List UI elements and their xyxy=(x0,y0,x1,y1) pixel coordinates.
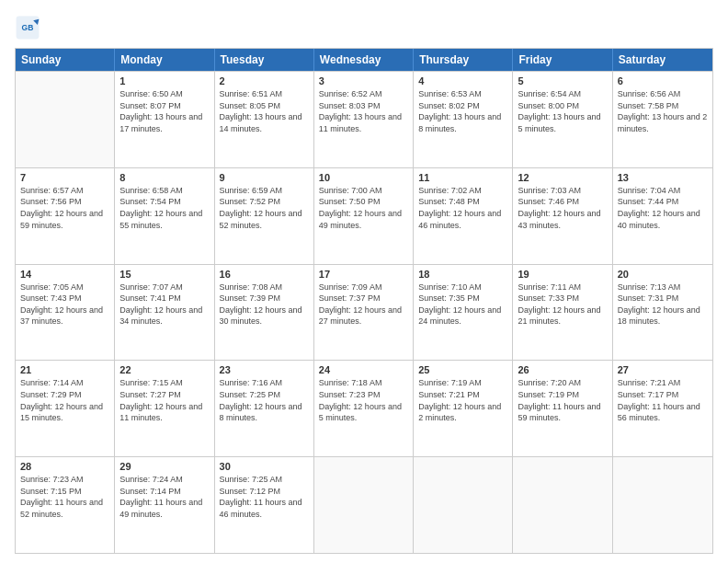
weekday-header: Sunday xyxy=(16,49,115,71)
day-number: 17 xyxy=(319,269,408,280)
calendar-cell xyxy=(16,72,115,167)
day-number: 20 xyxy=(618,269,708,280)
calendar-cell: 23Sunrise: 7:16 AMSunset: 7:25 PMDayligh… xyxy=(215,361,314,456)
day-info: Sunrise: 7:08 AMSunset: 7:39 PMDaylight:… xyxy=(220,282,309,327)
calendar-cell: 24Sunrise: 7:18 AMSunset: 7:23 PMDayligh… xyxy=(314,361,414,456)
day-info: Sunrise: 6:58 AMSunset: 7:54 PMDaylight:… xyxy=(119,185,209,231)
weekday-header: Tuesday xyxy=(215,49,314,71)
calendar-cell: 3Sunrise: 6:52 AMSunset: 8:03 PMDaylight… xyxy=(314,72,414,167)
weekday-header: Wednesday xyxy=(314,49,414,71)
calendar-cell: 11Sunrise: 7:02 AMSunset: 7:48 PMDayligh… xyxy=(414,168,513,264)
calendar-cell: 19Sunrise: 7:11 AMSunset: 7:33 PMDayligh… xyxy=(513,265,612,361)
day-info: Sunrise: 7:19 AMSunset: 7:21 PMDaylight:… xyxy=(418,377,507,423)
calendar-row: 14Sunrise: 7:05 AMSunset: 7:43 PMDayligh… xyxy=(16,264,712,361)
calendar-row: 7Sunrise: 6:57 AMSunset: 7:56 PMDaylight… xyxy=(16,167,712,264)
page: GB SundayMondayTuesdayWednesdayThursdayF… xyxy=(0,0,728,563)
weekday-header: Friday xyxy=(513,49,612,71)
day-number: 21 xyxy=(20,364,109,375)
day-info: Sunrise: 7:04 AMSunset: 7:44 PMDaylight:… xyxy=(618,185,708,231)
logo-icon: GB xyxy=(15,15,40,40)
day-number: 2 xyxy=(220,75,309,86)
day-info: Sunrise: 6:51 AMSunset: 8:05 PMDaylight:… xyxy=(220,88,309,134)
calendar-row: 28Sunrise: 7:23 AMSunset: 7:15 PMDayligh… xyxy=(16,456,712,553)
day-info: Sunrise: 6:53 AMSunset: 8:02 PMDaylight:… xyxy=(418,88,507,134)
day-number: 23 xyxy=(220,364,309,375)
calendar-body: 1Sunrise: 6:50 AMSunset: 8:07 PMDaylight… xyxy=(16,71,712,553)
day-info: Sunrise: 6:56 AMSunset: 7:58 PMDaylight:… xyxy=(618,88,708,134)
day-info: Sunrise: 7:02 AMSunset: 7:48 PMDaylight:… xyxy=(418,185,507,231)
weekday-header: Saturday xyxy=(613,49,712,71)
calendar-cell: 5Sunrise: 6:54 AMSunset: 8:00 PMDaylight… xyxy=(513,72,612,167)
day-number: 5 xyxy=(518,75,607,86)
day-info: Sunrise: 6:52 AMSunset: 8:03 PMDaylight:… xyxy=(319,88,408,134)
day-info: Sunrise: 7:18 AMSunset: 7:23 PMDaylight:… xyxy=(319,377,408,423)
calendar-cell: 18Sunrise: 7:10 AMSunset: 7:35 PMDayligh… xyxy=(414,265,513,361)
calendar-cell: 2Sunrise: 6:51 AMSunset: 8:05 PMDaylight… xyxy=(215,72,314,167)
day-info: Sunrise: 6:50 AMSunset: 8:07 PMDaylight:… xyxy=(119,88,209,134)
day-number: 11 xyxy=(418,172,507,183)
day-info: Sunrise: 7:25 AMSunset: 7:12 PMDaylight:… xyxy=(220,474,309,520)
day-number: 18 xyxy=(418,269,507,280)
day-number: 16 xyxy=(220,269,309,280)
calendar-cell: 25Sunrise: 7:19 AMSunset: 7:21 PMDayligh… xyxy=(414,361,513,456)
day-number: 4 xyxy=(418,75,507,86)
calendar-cell: 20Sunrise: 7:13 AMSunset: 7:31 PMDayligh… xyxy=(613,265,712,361)
day-info: Sunrise: 7:10 AMSunset: 7:35 PMDaylight:… xyxy=(418,282,507,327)
calendar-cell: 21Sunrise: 7:14 AMSunset: 7:29 PMDayligh… xyxy=(16,361,115,456)
day-info: Sunrise: 7:07 AMSunset: 7:41 PMDaylight:… xyxy=(119,282,209,327)
calendar-cell: 27Sunrise: 7:21 AMSunset: 7:17 PMDayligh… xyxy=(613,361,712,456)
header: GB xyxy=(15,15,713,40)
calendar-cell: 9Sunrise: 6:59 AMSunset: 7:52 PMDaylight… xyxy=(215,168,314,264)
day-info: Sunrise: 7:15 AMSunset: 7:27 PMDaylight:… xyxy=(119,377,209,423)
calendar-header: SundayMondayTuesdayWednesdayThursdayFrid… xyxy=(16,49,712,71)
calendar-cell xyxy=(414,457,513,553)
day-number: 9 xyxy=(220,172,309,183)
day-number: 19 xyxy=(518,269,607,280)
day-info: Sunrise: 7:09 AMSunset: 7:37 PMDaylight:… xyxy=(319,282,408,327)
day-number: 28 xyxy=(20,461,109,472)
calendar-cell xyxy=(613,457,712,553)
calendar-row: 21Sunrise: 7:14 AMSunset: 7:29 PMDayligh… xyxy=(16,360,712,456)
day-info: Sunrise: 7:11 AMSunset: 7:33 PMDaylight:… xyxy=(518,282,607,327)
logo: GB xyxy=(15,15,42,40)
day-number: 29 xyxy=(119,461,209,472)
day-info: Sunrise: 7:03 AMSunset: 7:46 PMDaylight:… xyxy=(518,185,607,231)
day-info: Sunrise: 7:00 AMSunset: 7:50 PMDaylight:… xyxy=(319,185,408,231)
day-number: 26 xyxy=(518,364,607,375)
calendar-cell: 14Sunrise: 7:05 AMSunset: 7:43 PMDayligh… xyxy=(16,265,115,361)
calendar-cell: 13Sunrise: 7:04 AMSunset: 7:44 PMDayligh… xyxy=(613,168,712,264)
day-number: 15 xyxy=(119,269,209,280)
day-info: Sunrise: 7:23 AMSunset: 7:15 PMDaylight:… xyxy=(20,474,109,520)
day-number: 30 xyxy=(220,461,309,472)
calendar-cell: 15Sunrise: 7:07 AMSunset: 7:41 PMDayligh… xyxy=(115,265,214,361)
calendar-cell: 6Sunrise: 6:56 AMSunset: 7:58 PMDaylight… xyxy=(613,72,712,167)
calendar-cell: 29Sunrise: 7:24 AMSunset: 7:14 PMDayligh… xyxy=(115,457,214,553)
day-number: 7 xyxy=(20,172,109,183)
day-number: 13 xyxy=(618,172,708,183)
svg-text:GB: GB xyxy=(22,23,34,32)
calendar-cell xyxy=(314,457,414,553)
day-info: Sunrise: 6:54 AMSunset: 8:00 PMDaylight:… xyxy=(518,88,607,134)
day-number: 3 xyxy=(319,75,408,86)
day-number: 24 xyxy=(319,364,408,375)
calendar-cell: 8Sunrise: 6:58 AMSunset: 7:54 PMDaylight… xyxy=(115,168,214,264)
day-info: Sunrise: 7:20 AMSunset: 7:19 PMDaylight:… xyxy=(518,377,607,423)
calendar-cell: 28Sunrise: 7:23 AMSunset: 7:15 PMDayligh… xyxy=(16,457,115,553)
day-info: Sunrise: 7:21 AMSunset: 7:17 PMDaylight:… xyxy=(618,377,708,423)
day-number: 10 xyxy=(319,172,408,183)
day-info: Sunrise: 7:16 AMSunset: 7:25 PMDaylight:… xyxy=(220,377,309,423)
day-number: 27 xyxy=(618,364,708,375)
day-info: Sunrise: 7:24 AMSunset: 7:14 PMDaylight:… xyxy=(119,474,209,520)
weekday-header: Thursday xyxy=(414,49,513,71)
calendar-cell xyxy=(513,457,612,553)
calendar-cell: 22Sunrise: 7:15 AMSunset: 7:27 PMDayligh… xyxy=(115,361,214,456)
day-number: 12 xyxy=(518,172,607,183)
calendar-row: 1Sunrise: 6:50 AMSunset: 8:07 PMDaylight… xyxy=(16,71,712,167)
calendar: SundayMondayTuesdayWednesdayThursdayFrid… xyxy=(15,48,713,554)
day-info: Sunrise: 7:13 AMSunset: 7:31 PMDaylight:… xyxy=(618,282,708,327)
day-info: Sunrise: 7:14 AMSunset: 7:29 PMDaylight:… xyxy=(20,377,109,423)
calendar-cell: 16Sunrise: 7:08 AMSunset: 7:39 PMDayligh… xyxy=(215,265,314,361)
calendar-cell: 30Sunrise: 7:25 AMSunset: 7:12 PMDayligh… xyxy=(215,457,314,553)
calendar-cell: 26Sunrise: 7:20 AMSunset: 7:19 PMDayligh… xyxy=(513,361,612,456)
day-number: 25 xyxy=(418,364,507,375)
